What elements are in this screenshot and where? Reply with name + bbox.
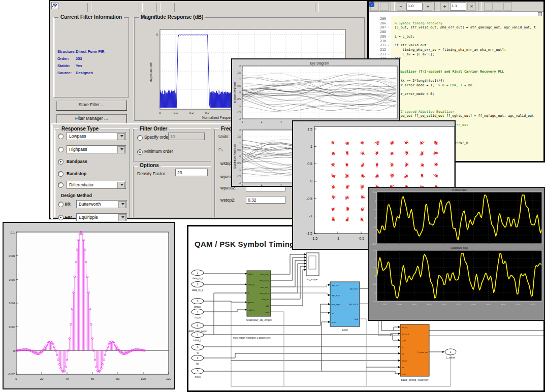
publish-icon[interactable] [484, 2, 493, 11]
tick-label: 0 [159, 111, 161, 114]
panel-title: In-phase input [452, 189, 467, 191]
tick-label: 5600 [486, 303, 491, 306]
tick-label: 0 [15, 377, 17, 380]
y-axis-label: Quadrature Amplitude [233, 144, 236, 169]
signal-wire [271, 312, 284, 386]
design-radio-fir[interactable] [58, 215, 63, 220]
increment-button[interactable]: + [424, 2, 432, 11]
response-radio-differentiator[interactable] [58, 182, 63, 188]
inport-label: data_in_i [193, 277, 203, 280]
design-combo-butterworth[interactable]: Butterworth [76, 200, 127, 208]
tick-label: -2 [239, 118, 241, 120]
tick-label: agc_out_i [350, 288, 359, 290]
tick-label: 100 [141, 377, 146, 380]
code-line: %% Equalizer (T/2-spaced) and Final Carr… [393, 70, 504, 74]
code-line: timing_pha_err_av = [timing_pha_err_av p… [393, 48, 506, 52]
signal-wire [360, 319, 366, 386]
line-dash: - [388, 25, 390, 29]
tick-label: 0.1 [174, 111, 178, 114]
inport-label: data_in_q [192, 288, 203, 291]
line-dash: - [388, 35, 390, 39]
stem-plot: 0.10.080.060.040.020-0.02020406080100120 [4, 223, 174, 388]
line-number: 212 [369, 48, 386, 52]
specify-order-radio[interactable] [137, 135, 143, 141]
tick-label: phase [402, 360, 407, 362]
line-number: 210 [369, 39, 386, 43]
line-dash: - [388, 48, 390, 52]
design-radio-iir[interactable] [58, 202, 63, 207]
tick-label: data_out_q [260, 280, 269, 282]
divide-button[interactable]: ÷ [440, 2, 449, 11]
tick-label: 6200 [530, 303, 535, 306]
tick-label: 0.5 [373, 208, 376, 211]
tick-label: 1 [197, 271, 199, 274]
response-label-bandstop: Bandstop [67, 171, 86, 176]
signal-wire [271, 264, 306, 293]
value-input-1[interactable]: 1.0 [406, 3, 423, 11]
tick-label: 0.08 [9, 254, 15, 257]
tick-label: str_in_i [402, 326, 408, 329]
line-dash: - [388, 52, 390, 56]
tick-label: 2 [261, 184, 263, 186]
response-radio-bandstop[interactable] [58, 171, 63, 177]
info-icon[interactable]: i [503, 2, 512, 11]
tick-label: data_i [248, 273, 254, 275]
multiply-button[interactable]: × [467, 2, 476, 11]
tick-label: -1 [374, 234, 376, 237]
code-line: [L_out, str_valid_out, pha_err_out] = st… [393, 25, 536, 29]
density-factor-input[interactable]: 20 [175, 169, 208, 176]
tick-label: -1.5 [372, 300, 376, 303]
tick-label: 0.04 [9, 302, 15, 305]
design-method-title: Design Method [61, 193, 92, 198]
tick-label: 80 [116, 377, 120, 380]
minimum-order-radio[interactable] [137, 149, 143, 155]
specify-order-input[interactable]: 10 [168, 133, 205, 140]
inport-label: phase [194, 305, 201, 308]
tick-label: 6000 [516, 303, 521, 306]
tick-label: 0.02 [9, 325, 15, 329]
freq-spec-input[interactable]: 0.32 [246, 196, 285, 204]
baud-timing-recovery-block-label: baud_timing_recovery [401, 378, 428, 381]
tick-label: 0.5 [373, 266, 376, 269]
decrement-button[interactable]: − [397, 2, 405, 11]
code-line: [ff_eq_out ff_eq_valid_out ff_wghts_out]… [393, 114, 534, 118]
tick-label: 20 [40, 377, 44, 380]
line-number: 213 [369, 52, 386, 56]
baud-timing-recovery-block[interactable] [400, 324, 429, 376]
response-radio-highpass[interactable] [58, 147, 63, 152]
tick-label: 0.5 [307, 162, 312, 166]
cell-divider-icon[interactable] [380, 2, 389, 11]
line-number: 207 [369, 25, 386, 29]
response-combo-differentiator[interactable]: Differentiator [67, 181, 126, 189]
tick-label: -1 [309, 214, 312, 218]
tick-label: 0.3 [205, 111, 210, 114]
signal-wire [204, 310, 247, 312]
tick-label: 2 [261, 121, 263, 123]
tick-label: -0.5 [372, 225, 376, 228]
signal-wire [271, 257, 306, 280]
scope-window: In-phase input1.510.50-0.5-1-1.5Quadratu… [368, 187, 545, 321]
specify-order-label: Specify order: [144, 135, 171, 140]
response-radio-lowpass[interactable] [58, 134, 63, 139]
tick-label: 6 [197, 324, 199, 327]
tick-label: 2 [239, 129, 241, 132]
panel-title: Filter Order [138, 126, 169, 132]
tick-label: 0 [239, 155, 241, 158]
value-input-2[interactable]: 1.1 [450, 3, 466, 11]
response-combo-lowpass[interactable]: Lowpass [67, 132, 126, 140]
publish-view-icon[interactable] [494, 2, 502, 11]
freq-spec-label: wstop2: [220, 198, 235, 203]
signal-wire [271, 267, 306, 299]
tick-label: 0.2 [189, 111, 194, 114]
code-line: cr_error_mode = 1; % 0 = CMA, 1 = DD [393, 83, 472, 87]
signal-wire [204, 301, 247, 302]
response-combo-highpass[interactable]: Highpass [67, 145, 126, 153]
tick-label: on [402, 367, 404, 369]
tick-label: -0.02 [8, 373, 15, 376]
design-combo-equiripple[interactable]: Equiripple [76, 213, 127, 221]
signal-wire [394, 327, 400, 331]
tick-label: phase [248, 302, 253, 304]
response-radio-bandpass[interactable] [58, 159, 63, 165]
minimum-order-label: Minimum order [144, 149, 173, 154]
tick-label: reset [402, 373, 406, 375]
